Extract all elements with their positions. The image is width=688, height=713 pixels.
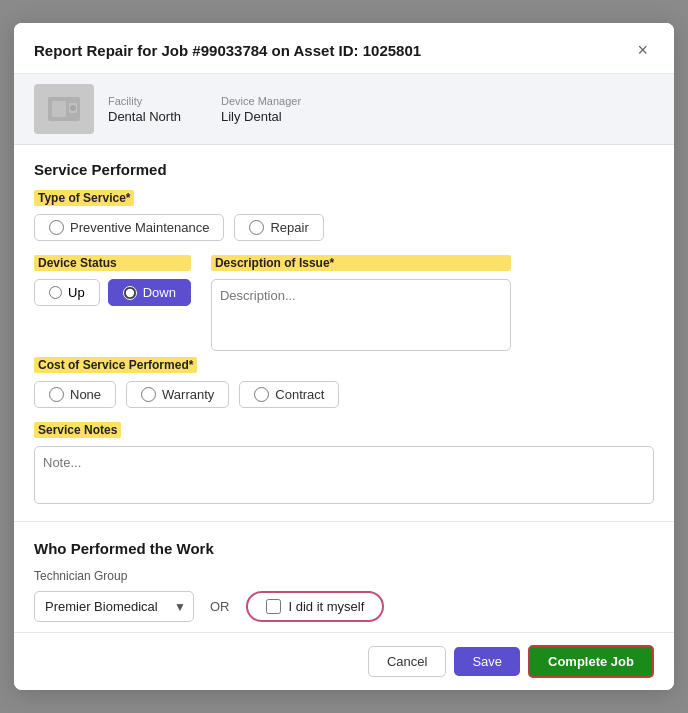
type-of-service-group: Preventive Maintenance Repair (34, 214, 654, 241)
description-textarea[interactable] (211, 279, 511, 351)
service-performed-section: Service Performed Type of Service* Preve… (14, 145, 674, 515)
did-myself-checkbox[interactable] (266, 599, 281, 614)
asset-details: Facility Dental North Device Manager Lil… (108, 95, 301, 124)
device-manager-field: Device Manager Lily Dental (221, 95, 301, 124)
radio-cost-warranty[interactable] (141, 387, 156, 402)
status-description-row: Device Status Up Down (34, 255, 654, 351)
complete-job-button[interactable]: Complete Job (528, 645, 654, 678)
modal-header: Report Repair for Job #99033784 on Asset… (14, 23, 674, 74)
radio-option-pm[interactable]: Preventive Maintenance (34, 214, 224, 241)
did-myself-wrap[interactable]: I did it myself (246, 591, 385, 622)
who-performed-title: Who Performed the Work (34, 540, 654, 557)
pm-label: Preventive Maintenance (70, 220, 209, 235)
facility-field: Facility Dental North (108, 95, 181, 124)
radio-cost-contract[interactable] (254, 387, 269, 402)
device-status-options: Up Down (34, 279, 191, 306)
asset-image (34, 84, 94, 134)
technician-row: Premier Biomedical Other ▼ OR I did it m… (34, 591, 654, 622)
description-group: Description of Issue* (211, 255, 511, 351)
status-down-button[interactable]: Down (108, 279, 191, 306)
cost-option-contract[interactable]: Contract (239, 381, 339, 408)
tech-select-wrap: Premier Biomedical Other ▼ (34, 591, 194, 622)
device-status-label: Device Status (34, 255, 191, 271)
cost-warranty-label: Warranty (162, 387, 214, 402)
notes-textarea[interactable] (34, 446, 654, 504)
radio-cost-none[interactable] (49, 387, 64, 402)
status-up-option[interactable]: Up (34, 279, 100, 306)
device-manager-label: Device Manager (221, 95, 301, 107)
radio-status-up[interactable] (49, 286, 62, 299)
service-performed-title: Service Performed (34, 161, 654, 178)
cost-none-label: None (70, 387, 101, 402)
tech-group-label: Technician Group (34, 569, 654, 583)
svg-rect-1 (52, 101, 66, 117)
or-text: OR (210, 599, 230, 614)
cost-contract-label: Contract (275, 387, 324, 402)
modal-footer: Cancel Save Complete Job (14, 632, 674, 690)
modal-title: Report Repair for Job #99033784 on Asset… (34, 42, 421, 59)
device-status-group-wrap: Device Status Up Down (34, 255, 191, 351)
cost-options-group: None Warranty Contract (34, 381, 654, 408)
radio-repair[interactable] (249, 220, 264, 235)
down-label: Down (143, 285, 176, 300)
facility-value: Dental North (108, 109, 181, 124)
modal: Report Repair for Job #99033784 on Asset… (14, 23, 674, 690)
close-button[interactable]: × (631, 39, 654, 61)
facility-label: Facility (108, 95, 181, 107)
cost-option-none[interactable]: None (34, 381, 116, 408)
radio-option-repair[interactable]: Repair (234, 214, 323, 241)
who-performed-section: Who Performed the Work Technician Group … (14, 528, 674, 632)
radio-status-down[interactable] (123, 286, 137, 300)
up-label: Up (68, 285, 85, 300)
radio-pm[interactable] (49, 220, 64, 235)
section-divider (14, 521, 674, 522)
modal-body: Facility Dental North Device Manager Lil… (14, 74, 674, 632)
cost-option-warranty[interactable]: Warranty (126, 381, 229, 408)
cancel-button[interactable]: Cancel (368, 646, 446, 677)
description-label: Description of Issue* (211, 255, 511, 271)
svg-point-3 (70, 105, 76, 111)
type-of-service-label: Type of Service* (34, 190, 134, 206)
repair-label: Repair (270, 220, 308, 235)
notes-label: Service Notes (34, 422, 121, 438)
tech-group-select[interactable]: Premier Biomedical Other (34, 591, 194, 622)
asset-info-bar: Facility Dental North Device Manager Lil… (14, 74, 674, 145)
modal-overlay: Report Repair for Job #99033784 on Asset… (0, 0, 688, 713)
device-manager-value: Lily Dental (221, 109, 282, 124)
cost-label: Cost of Service Performed* (34, 357, 197, 373)
save-button[interactable]: Save (454, 647, 520, 676)
did-myself-label: I did it myself (289, 599, 365, 614)
